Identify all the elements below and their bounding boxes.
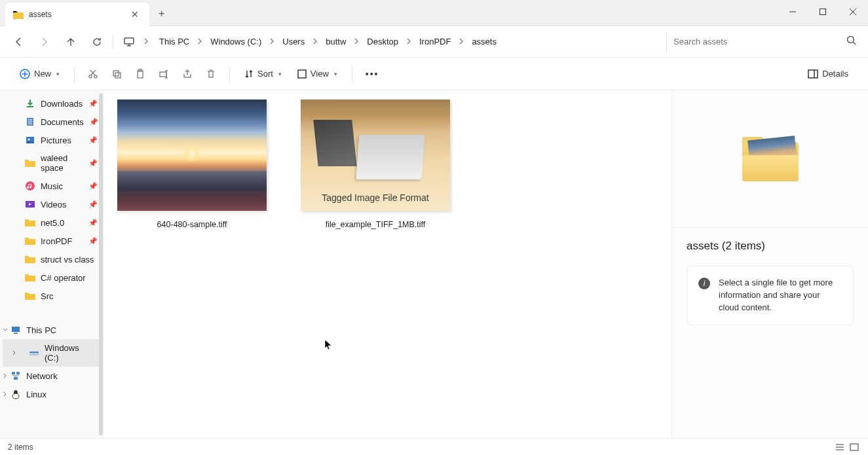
details-pane: assets (2 items) i Select a single file … [671,90,868,438]
sidebar-item-folder[interactable]: waleed space📌 [0,149,103,177]
expand-icon[interactable] [3,373,8,380]
sidebar-label: Music [41,181,63,191]
expand-icon[interactable] [3,327,8,334]
breadcrumb-chevron[interactable] [457,35,465,48]
breadcrumb-item[interactable]: Users [278,34,309,49]
share-button[interactable] [177,65,198,83]
pin-icon: 📌 [88,100,98,108]
file-grid: 640-480-sample.tiff Tagged Image File Fo… [104,90,671,438]
details-toggle[interactable]: Details [801,65,855,82]
sidebar-label: Network [26,371,58,381]
minimize-button[interactable] [778,0,808,24]
breadcrumb-chevron[interactable] [311,35,319,48]
window-tab[interactable]: assets ✕ [5,3,149,26]
sidebar-item-videos[interactable]: Videos📌 [0,195,103,213]
tab-title: assets [29,10,123,19]
svg-point-32 [28,139,30,141]
sidebar-label: Videos [41,200,67,209]
svg-rect-49 [850,444,858,450]
tab-close-button[interactable]: ✕ [128,9,142,20]
sidebar-label: Src [41,291,54,301]
thumbnail-view-button[interactable] [848,442,860,452]
sidebar-item-downloads[interactable]: Downloads📌 [0,94,103,113]
new-tab-button[interactable]: + [149,0,174,27]
sidebar-item-music[interactable]: Music📌 [0,177,103,195]
details-view-button[interactable] [834,442,846,452]
pin-icon: 📌 [88,182,98,191]
videos-icon [25,199,35,209]
sidebar-item-network[interactable]: Network [0,367,103,385]
details-info-box: i Select a single file to get more infor… [687,266,854,325]
sidebar-label: Windows (C:) [45,343,95,363]
chevron-down-icon: ▾ [278,71,282,77]
breadcrumb-chevron[interactable] [196,35,204,48]
expand-icon[interactable] [3,391,8,398]
maximize-button[interactable] [808,0,838,24]
refresh-button[interactable] [84,29,110,55]
sidebar-item-drive[interactable]: Windows (C:) [3,339,100,367]
search-icon[interactable] [846,35,856,48]
sidebar-scrollbar[interactable] [99,93,103,435]
file-item[interactable]: Tagged Image File Format file_example_TI… [300,100,451,229]
info-icon: i [698,277,711,290]
sort-button[interactable]: Sort ▾ [238,65,288,82]
rename-button[interactable] [153,65,174,83]
file-content-area[interactable]: 640-480-sample.tiff Tagged Image File Fo… [104,90,671,438]
copy-button[interactable] [106,65,127,83]
svg-rect-17 [115,73,121,78]
breadcrumb-chevron[interactable] [142,35,150,48]
breadcrumb-item[interactable]: IronPDF [415,34,455,49]
sidebar-label: net5.0 [41,218,64,228]
file-item[interactable]: 640-480-sample.tiff [117,100,267,229]
address-bar: This PC Windows (C:) Users buttw Desktop… [0,26,868,58]
svg-rect-25 [808,70,818,78]
breadcrumb-item[interactable]: assets [468,34,500,49]
details-preview [672,90,868,228]
breadcrumb-chevron[interactable] [352,35,360,48]
expand-icon[interactable] [12,350,17,357]
sidebar-item-folder[interactable]: Src [0,287,103,305]
up-button[interactable] [58,29,84,55]
breadcrumb-item[interactable]: buttw [322,34,350,49]
file-name: 640-480-sample.tiff [157,220,227,229]
breadcrumb-chevron[interactable] [405,35,413,48]
new-button[interactable]: New ▾ [13,65,66,83]
breadcrumb-item[interactable]: Desktop [363,34,402,49]
details-info-text: Select a single file to get more informa… [719,277,842,314]
back-button[interactable] [5,29,31,55]
pc-icon[interactable] [116,29,142,55]
sidebar-item-folder[interactable]: IronPDF📌 [0,232,103,250]
breadcrumb: This PC Windows (C:) Users buttw Desktop… [150,31,666,52]
item-count: 2 items [8,443,33,452]
sidebar-item-folder[interactable]: struct vs class [0,250,103,268]
forward-button[interactable] [31,29,58,55]
sidebar-item-folder[interactable]: net5.0📌 [0,213,103,232]
sidebar-item-pictures[interactable]: Pictures📌 [0,131,103,149]
close-window-button[interactable] [838,0,868,24]
svg-rect-24 [298,70,306,78]
search-input[interactable] [673,37,846,46]
sidebar-item-thispc[interactable]: This PC [0,321,103,339]
search-box[interactable] [666,31,863,52]
more-button[interactable]: ••• [360,65,385,83]
svg-rect-35 [12,327,20,332]
sidebar-label: struct vs class [41,255,94,264]
sidebar-item-documents[interactable]: Documents📌 [0,113,103,131]
svg-point-12 [89,75,92,78]
paste-button[interactable] [130,65,151,83]
delete-button[interactable] [200,65,221,83]
file-name: file_example_TIFF_1MB.tiff [326,220,426,229]
sidebar-item-linux[interactable]: Linux [0,385,103,403]
sidebar-item-folder[interactable]: C# operator [0,268,103,287]
pin-icon: 📌 [88,136,98,145]
chevron-down-icon: ▾ [334,71,337,77]
status-bar: 2 items [0,438,868,455]
download-icon [25,98,35,109]
cut-button[interactable] [83,65,104,83]
pin-icon: 📌 [88,200,98,209]
file-thumbnail: Tagged Image File Format [301,100,450,211]
breadcrumb-item[interactable]: This PC [155,34,193,49]
breadcrumb-chevron[interactable] [268,35,276,48]
breadcrumb-item[interactable]: Windows (C:) [206,34,265,49]
view-button[interactable]: View ▾ [291,65,344,82]
